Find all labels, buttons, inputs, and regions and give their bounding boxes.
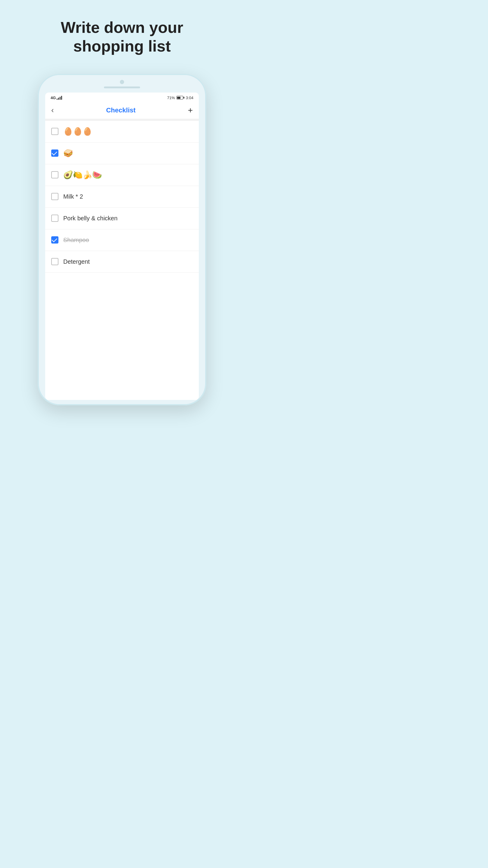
phone-wrapper: 4G 71% 3:04 ‹ xyxy=(38,74,206,405)
phone-camera xyxy=(120,80,124,84)
item-text-5: Pork belly & chicken xyxy=(63,215,118,222)
list-item[interactable]: Detergent xyxy=(45,251,199,273)
item-text-7: Detergent xyxy=(63,258,90,265)
headline-line2: shopping list xyxy=(73,37,171,55)
page-headline: Write down your shopping list xyxy=(50,18,194,56)
battery-percent: 71% xyxy=(167,96,175,100)
item-text-3: 🥑🍋🍌🍉 xyxy=(63,170,102,180)
list-item[interactable]: 🥪 xyxy=(45,143,199,164)
item-text-4: Milk * 2 xyxy=(63,193,83,200)
checkbox-6[interactable] xyxy=(51,236,59,244)
list-item[interactable]: Milk * 2 xyxy=(45,186,199,208)
checkbox-1[interactable] xyxy=(51,128,59,135)
item-text-2: 🥪 xyxy=(63,149,73,158)
item-text-6: Shampoo xyxy=(63,237,89,244)
header-title: Checklist xyxy=(106,106,135,114)
checkbox-2[interactable] xyxy=(51,150,59,157)
checkbox-5[interactable] xyxy=(51,215,59,222)
status-right: 71% 3:04 xyxy=(167,96,193,100)
headline-line1: Write down your xyxy=(61,19,183,36)
status-left: 4G xyxy=(51,96,62,100)
app-header: ‹ Checklist + xyxy=(45,102,199,119)
battery-icon xyxy=(176,96,184,99)
item-text-1: 🥚🥚🥚 xyxy=(63,127,92,136)
phone-bar xyxy=(104,87,140,88)
checkbox-3[interactable] xyxy=(51,171,59,179)
signal-label: 4G xyxy=(51,96,56,100)
list-item[interactable]: Shampoo xyxy=(45,229,199,251)
list-item[interactable]: Pork belly & chicken xyxy=(45,208,199,229)
clock: 3:04 xyxy=(186,96,193,100)
list-item[interactable]: 🥚🥚🥚 xyxy=(45,121,199,143)
back-button[interactable]: ‹ xyxy=(51,105,54,115)
add-button[interactable]: + xyxy=(188,105,193,115)
list-empty-area xyxy=(45,273,199,400)
checkbox-4[interactable] xyxy=(51,193,59,200)
status-bar: 4G 71% 3:04 xyxy=(45,93,199,102)
checkbox-7[interactable] xyxy=(51,258,59,265)
phone-screen: 4G 71% 3:04 ‹ xyxy=(45,93,199,400)
checklist-list: 🥚🥚🥚 🥪 🥑🍋🍌🍉 Milk * 2 Pork belly & chi xyxy=(45,121,199,400)
signal-bars xyxy=(57,96,62,100)
list-item[interactable]: 🥑🍋🍌🍉 xyxy=(45,164,199,186)
